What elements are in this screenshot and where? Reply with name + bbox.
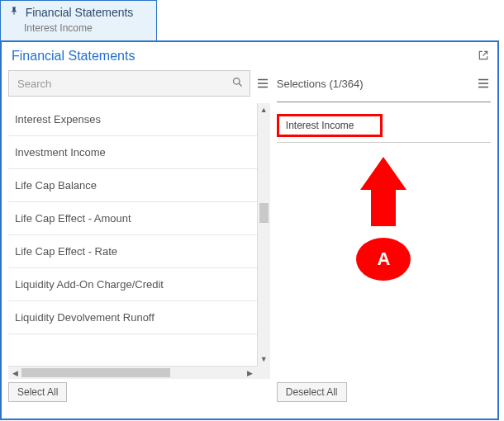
- selections-count-label: Selections (1/364): [277, 78, 471, 90]
- selection-row-divider: [277, 142, 491, 143]
- scroll-thumb[interactable]: [259, 203, 269, 223]
- selected-item-highlight[interactable]: Interest Income: [277, 114, 383, 137]
- vertical-scrollbar[interactable]: ▲ ▼: [257, 103, 270, 366]
- list-item[interactable]: Interest Expenses: [8, 103, 257, 136]
- list-item[interactable]: Investment Income: [8, 136, 257, 169]
- search-wrap: [8, 70, 250, 97]
- tab-subtitle: Interest Income: [24, 22, 145, 34]
- selection-panel: Financial Statements Interest E: [0, 40, 499, 420]
- selections-header: Selections (1/364): [277, 69, 491, 98]
- selections-footer: Deselect All: [277, 382, 491, 409]
- popout-icon[interactable]: [478, 50, 489, 64]
- search-input[interactable]: [8, 70, 250, 97]
- scroll-down-icon[interactable]: ▼: [258, 352, 270, 366]
- available-list: Interest Expenses Investment Income Life…: [8, 103, 257, 366]
- tab-title: Financial Statements: [26, 6, 134, 19]
- horizontal-scrollbar[interactable]: ◀ ▶: [8, 366, 257, 379]
- select-all-button[interactable]: Select All: [8, 382, 67, 402]
- active-tab[interactable]: Financial Statements Interest Income: [0, 0, 157, 40]
- available-list-wrap: Interest Expenses Investment Income Life…: [8, 103, 270, 379]
- panel-header: Financial Statements: [2, 42, 497, 69]
- list-item[interactable]: Life Cap Effect - Rate: [8, 235, 257, 268]
- available-header: [8, 69, 270, 98]
- scroll-right-icon[interactable]: ▶: [244, 367, 257, 379]
- panel-body: Interest Expenses Investment Income Life…: [2, 69, 497, 415]
- list-item[interactable]: Life Cap Effect - Amount: [8, 202, 257, 235]
- available-menu-icon[interactable]: [255, 76, 270, 91]
- available-footer: Select All: [8, 382, 270, 409]
- deselect-all-button[interactable]: Deselect All: [277, 382, 347, 402]
- annotation-badge: A: [356, 238, 411, 281]
- selected-item-label: Interest Income: [286, 120, 354, 131]
- scroll-corner: [257, 366, 270, 379]
- list-item[interactable]: Liquidity Devolvement Runoff: [8, 301, 257, 334]
- selections-column: Selections (1/364) Interest Income A: [277, 69, 491, 409]
- annotation-label: A: [377, 248, 390, 270]
- list-item[interactable]: Liquidity Add-On Charge/Credit: [8, 268, 257, 301]
- list-item[interactable]: Life Cap Balance: [8, 169, 257, 202]
- selections-list: Interest Income A: [277, 114, 491, 379]
- scroll-left-icon[interactable]: ◀: [8, 367, 21, 379]
- scroll-thumb-horizontal[interactable]: [21, 368, 170, 377]
- selections-menu-icon[interactable]: [476, 76, 491, 91]
- annotation-arrow-icon: [360, 157, 407, 226]
- scroll-up-icon[interactable]: ▲: [258, 103, 270, 116]
- available-column: Interest Expenses Investment Income Life…: [8, 69, 270, 409]
- pin-icon: [9, 6, 19, 18]
- selections-divider: [277, 102, 491, 102]
- panel-title: Financial Statements: [12, 49, 135, 64]
